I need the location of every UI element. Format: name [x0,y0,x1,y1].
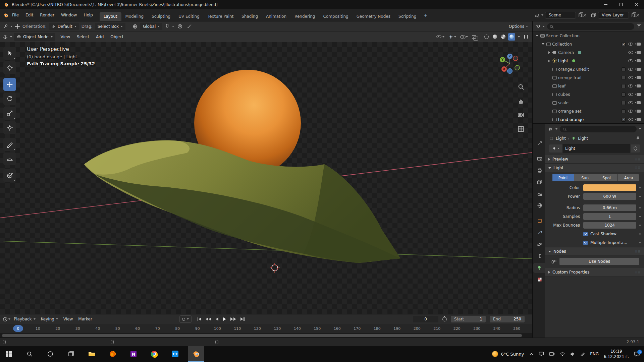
viewport-editor-dropdown-icon[interactable] [10,36,12,38]
animate-dot-icon[interactable] [639,207,641,209]
xray-toggle[interactable] [471,33,477,41]
orientation-dropdown[interactable]: Default [49,23,79,30]
proportional-falloff-icon[interactable] [186,23,193,30]
outliner-row[interactable]: leaf [533,82,644,90]
panel-custom-properties[interactable]: Custom Properties ⠿⠿ [545,268,644,277]
task-view-button[interactable] [63,346,79,362]
pen-icon[interactable] [580,352,585,356]
action-center-button[interactable]: 3 [634,351,640,357]
onenote-button[interactable]: N [125,346,142,362]
color-swatch[interactable] [583,184,636,191]
outliner-row[interactable]: orenge fruit [533,73,644,82]
panel-preview[interactable]: Preview ⠿⠿ [545,155,644,164]
tab-scene[interactable] [534,189,545,199]
current-frame-indicator[interactable]: 0 [13,325,23,332]
outliner-row[interactable]: Collection [533,40,644,48]
start-button[interactable] [1,346,17,362]
transform-tool[interactable] [3,121,16,134]
use-preview-range-icon[interactable] [442,317,447,321]
workspace-tab[interactable]: Sculpting [148,12,174,21]
hide-in-viewport-icon[interactable] [628,118,633,121]
hide-in-viewport-icon[interactable] [628,43,633,46]
workspace-tab[interactable]: Shading [237,12,262,21]
animate-dot-icon[interactable] [639,196,641,197]
max-bounces-field[interactable]: 1024 [583,222,636,229]
properties-search-input[interactable] [568,127,634,131]
hide-in-viewport-icon[interactable] [628,68,633,71]
animate-dot-icon[interactable] [639,216,641,218]
tab-object-data[interactable] [533,263,545,273]
orthographic-toggle-button[interactable] [516,124,526,134]
timeline-menu-item[interactable]: View [61,317,75,321]
outliner-row[interactable]: orrange set [533,107,644,115]
menu-item[interactable]: Edit [22,13,37,17]
clock[interactable]: 16:19 6.12.2021 г. [604,349,629,359]
disable-in-render-icon[interactable] [637,93,641,96]
mode-dropdown[interactable]: Object Mode [14,33,55,41]
shading-solid-button[interactable] [491,33,498,41]
outliner-search-input[interactable] [555,24,631,29]
viewport-menu-item[interactable]: Add [93,35,107,39]
light-type-button[interactable]: Spot [596,174,618,181]
light-type-button[interactable]: Area [618,174,639,181]
viewport-editor-type-icon[interactable] [3,34,8,40]
maximize-button[interactable] [613,0,629,9]
current-frame-field[interactable]: 0 [413,316,438,322]
camera-view-button[interactable] [516,110,526,120]
outliner-row[interactable]: orange2 unedit [533,65,644,73]
gizmos-dropdown[interactable] [447,33,458,41]
collection-checkbox[interactable] [622,67,626,71]
timeline-editor-icon[interactable] [3,317,8,322]
hide-in-viewport-icon[interactable] [628,84,633,87]
editor-type-dropdown-icon[interactable] [10,26,12,27]
auto-keying-toggle[interactable] [179,315,192,323]
tab-texture[interactable] [534,275,545,285]
properties-editor-dropdown-icon[interactable] [555,128,557,130]
timeline-menu-item[interactable]: Playback [11,317,38,321]
battery-icon[interactable] [549,352,555,356]
menu-item[interactable]: Window [58,13,80,17]
collection-checkbox[interactable] [622,101,626,105]
view-layer-selector[interactable]: View Layer [591,12,639,19]
frame-start-field[interactable]: Start1 [451,316,486,322]
viewport-menu-item[interactable]: Object [107,35,127,39]
panel-light[interactable]: Light ⠿⠿ [545,164,644,172]
multiple-importance-checkbox[interactable] [583,241,588,245]
workspace-tab[interactable]: Texture Paint [204,12,237,21]
move-tool[interactable] [3,78,16,91]
minimize-button[interactable] [598,0,613,9]
collection-checkbox[interactable] [622,118,626,122]
disclosure-triangle-icon[interactable] [535,35,539,37]
add-workspace-button[interactable]: + [420,12,431,18]
jump-to-start-button[interactable] [196,316,203,322]
workspace-tab[interactable]: Modeling [121,12,148,21]
breadcrumb-data[interactable]: Light [578,136,588,141]
outliner-row[interactable]: scale [533,99,644,107]
overlays-toggle[interactable] [459,33,469,41]
outliner-editor-dropdown-icon[interactable] [543,26,545,27]
properties-options-dropdown-icon[interactable] [639,128,641,130]
workspace-tab[interactable]: UV Editing [174,12,204,21]
workspace-tab[interactable]: Compositing [319,12,352,21]
remove-view-layer-icon[interactable] [636,14,639,17]
chrome-button[interactable] [146,346,162,362]
outliner-row[interactable]: hand orange [533,115,644,123]
cortana-button[interactable] [42,346,58,362]
show-gizmo-toggle[interactable] [435,33,446,41]
workspace-tab[interactable]: Animation [262,12,290,21]
timeline-ruler[interactable]: 1020304050607080901001101201301401501601… [0,324,532,333]
add-cube-tool[interactable] [3,169,16,182]
disable-in-render-icon[interactable] [637,101,641,104]
radius-field[interactable]: 0.66 m [583,204,636,211]
collection-checkbox[interactable] [622,84,626,88]
navigation-gizmo[interactable]: Z Y X [499,53,521,74]
unlink-scene-icon[interactable] [583,14,586,17]
animate-dot-icon[interactable] [639,233,641,235]
timeline-menu-item[interactable]: Keying [38,317,61,321]
cast-shadow-checkbox[interactable] [583,232,588,236]
menu-item[interactable]: Help [80,13,96,17]
hide-in-viewport-icon[interactable] [628,101,633,104]
hide-in-viewport-icon[interactable] [628,76,633,79]
snap-magnet-icon[interactable] [165,24,170,29]
timeline-scrollbar[interactable] [0,333,532,338]
